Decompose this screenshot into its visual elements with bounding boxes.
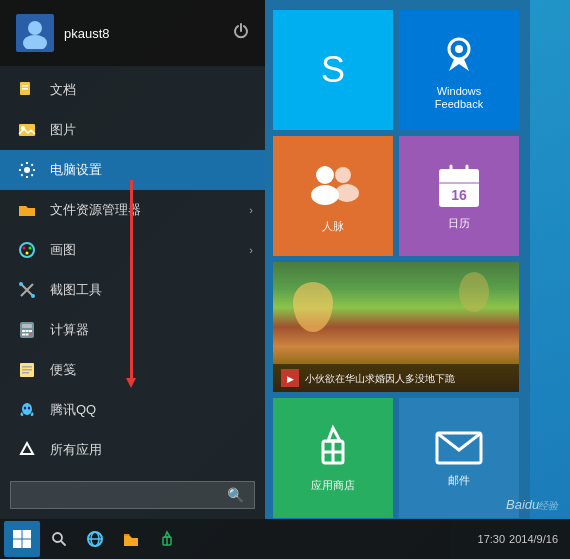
calc-icon bbox=[16, 319, 38, 341]
taskbar-store-button[interactable] bbox=[150, 522, 184, 556]
tile-people-label: 人脉 bbox=[322, 220, 344, 233]
avatar[interactable] bbox=[16, 14, 54, 52]
tile-windows-feedback[interactable]: Windows Feedback bbox=[399, 10, 519, 130]
mail-icon bbox=[434, 428, 484, 468]
svg-rect-19 bbox=[22, 334, 25, 336]
svg-rect-25 bbox=[22, 372, 29, 374]
svg-point-36 bbox=[455, 45, 463, 53]
arrow-right-icon2: › bbox=[249, 244, 253, 256]
explorer-icon bbox=[122, 530, 140, 548]
settings-icon bbox=[16, 159, 38, 181]
store-icon bbox=[308, 423, 358, 473]
start-button[interactable] bbox=[4, 521, 40, 557]
menu-item-qq[interactable]: 腾讯QQ bbox=[0, 390, 265, 430]
taskbar-search-icon bbox=[51, 531, 67, 547]
document-icon bbox=[16, 79, 38, 101]
menu-item-pictures-label: 图片 bbox=[50, 121, 76, 139]
ie-icon bbox=[86, 530, 104, 548]
svg-text:Baidu: Baidu bbox=[506, 497, 539, 512]
search-bar: 🔍 bbox=[10, 481, 255, 509]
svg-point-39 bbox=[335, 167, 351, 183]
people-icon bbox=[303, 159, 363, 214]
menu-item-notepad-label: 便笺 bbox=[50, 361, 76, 379]
search-input[interactable] bbox=[21, 488, 227, 503]
tile-calendar[interactable]: 16 日历 bbox=[399, 136, 519, 256]
svg-text:16: 16 bbox=[451, 187, 467, 203]
svg-rect-16 bbox=[22, 330, 25, 332]
all-apps-icon bbox=[16, 439, 38, 461]
svg-rect-20 bbox=[26, 334, 29, 336]
taskbar-explorer-button[interactable] bbox=[114, 522, 148, 556]
tile-store[interactable]: 应用商店 bbox=[273, 398, 393, 518]
taskbar-ie-button[interactable] bbox=[78, 522, 112, 556]
svg-point-40 bbox=[335, 184, 359, 202]
tile-news-text: 小伙欲在华山求婚因人多没地下跪 bbox=[305, 372, 455, 385]
tile-people[interactable]: 人脉 bbox=[273, 136, 393, 256]
svg-rect-57 bbox=[13, 540, 22, 549]
svg-point-11 bbox=[26, 252, 29, 255]
menu-item-pictures[interactable]: 图片 bbox=[0, 110, 265, 150]
svg-rect-5 bbox=[19, 124, 35, 136]
svg-rect-17 bbox=[26, 330, 29, 332]
svg-text:S: S bbox=[321, 49, 345, 90]
menu-item-allapps[interactable]: 所有应用 bbox=[0, 430, 265, 470]
menu-item-allapps-label: 所有应用 bbox=[50, 441, 102, 459]
user-info: pkaust8 bbox=[16, 14, 110, 52]
feedback-icon bbox=[434, 29, 484, 79]
tray-time: 17:30 bbox=[478, 533, 506, 545]
menu-item-calculator-label: 计算器 bbox=[50, 321, 89, 339]
svg-point-10 bbox=[29, 247, 32, 250]
menu-item-documents[interactable]: 文档 bbox=[0, 70, 265, 110]
svg-point-9 bbox=[23, 247, 26, 250]
svg-point-0 bbox=[28, 21, 42, 35]
taskbar: 17:30 2014/9/16 bbox=[0, 519, 570, 559]
tile-feedback-label: Windows Feedback bbox=[435, 85, 483, 111]
menu-item-fileexplorer-label: 文件资源管理器 bbox=[50, 201, 141, 219]
search-icon[interactable]: 🔍 bbox=[227, 487, 244, 503]
svg-text:经验: 经验 bbox=[538, 500, 559, 511]
red-arrow-indicator bbox=[130, 180, 133, 380]
svg-text:▶: ▶ bbox=[287, 374, 294, 384]
svg-rect-15 bbox=[22, 324, 32, 328]
svg-rect-18 bbox=[29, 330, 32, 332]
tile-mail[interactable]: 邮件 bbox=[399, 398, 519, 518]
power-button[interactable] bbox=[233, 23, 249, 43]
snipping-icon bbox=[16, 279, 38, 301]
tile-store-label: 应用商店 bbox=[311, 479, 355, 492]
tile-skype[interactable]: S bbox=[273, 10, 393, 130]
menu-item-paint-label: 画图 bbox=[50, 241, 76, 259]
svg-rect-24 bbox=[22, 369, 32, 371]
menu-item-documents-label: 文档 bbox=[50, 81, 76, 99]
user-header: pkaust8 bbox=[0, 0, 265, 66]
news-icon: ▶ bbox=[281, 369, 299, 387]
notepad-icon bbox=[16, 359, 38, 381]
start-menu: pkaust8 文档 bbox=[0, 0, 530, 519]
tile-calendar-label: 日历 bbox=[448, 217, 470, 230]
tile-mail-label: 邮件 bbox=[448, 474, 470, 487]
desktop: pkaust8 文档 bbox=[0, 0, 570, 559]
svg-rect-3 bbox=[22, 85, 28, 87]
tray-date: 2014/9/16 bbox=[509, 533, 558, 545]
svg-rect-55 bbox=[13, 530, 22, 539]
news-overlay: ▶ 小伙欲在华山求婚因人多没地下跪 bbox=[273, 364, 519, 392]
svg-point-13 bbox=[31, 294, 35, 298]
svg-point-8 bbox=[20, 243, 34, 257]
calendar-icon: 16 bbox=[434, 161, 484, 211]
taskbar-tray: 17:30 2014/9/16 bbox=[478, 533, 566, 545]
svg-rect-4 bbox=[22, 88, 28, 90]
menu-item-snipping-label: 截图工具 bbox=[50, 281, 102, 299]
qq-icon bbox=[16, 399, 38, 421]
svg-point-38 bbox=[311, 185, 339, 205]
tiles-panel: S Windows Feedback bbox=[265, 0, 530, 519]
tile-news[interactable]: ▶ 小伙欲在华山求婚因人多没地下跪 bbox=[273, 262, 519, 392]
svg-point-1 bbox=[23, 35, 47, 49]
folder-icon bbox=[16, 199, 38, 221]
taskbar-search-button[interactable] bbox=[42, 522, 76, 556]
svg-rect-56 bbox=[23, 530, 32, 539]
skype-icon: S bbox=[305, 42, 361, 98]
username: pkaust8 bbox=[64, 26, 110, 41]
svg-point-27 bbox=[24, 407, 26, 410]
svg-rect-42 bbox=[439, 169, 479, 183]
svg-rect-58 bbox=[23, 540, 32, 549]
paint-icon bbox=[16, 239, 38, 261]
